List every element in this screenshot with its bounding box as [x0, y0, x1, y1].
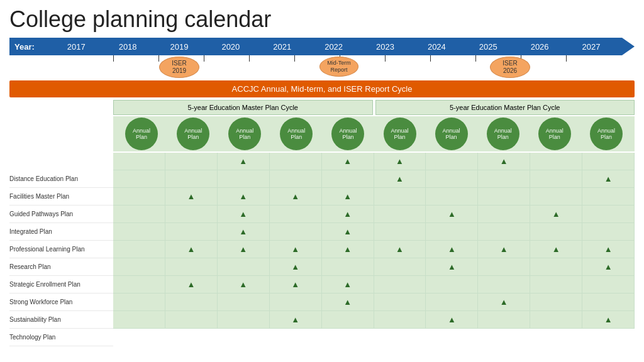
grid-cell-7-6: [426, 276, 478, 293]
year-2027: 2027: [565, 42, 617, 52]
grid-cell-7-1: ▲: [165, 276, 218, 293]
row-labels: Distance Education Plan Facilities Maste…: [9, 135, 113, 346]
bubbles-row: ISER 2019 Mid-TermReport ISER 2026: [9, 55, 635, 80]
grid-cell-8-4: ▲: [322, 293, 374, 310]
annual-circle-2: AnnualPlan: [177, 118, 209, 150]
triangle-icon: ▲: [291, 280, 299, 288]
grid-cell-9-6: ▲: [426, 311, 478, 328]
triangle-icon: ▲: [552, 210, 560, 218]
grid-row-9: ▲▲▲: [113, 311, 635, 329]
triangle-icon: ▲: [343, 157, 352, 165]
grid-cell-3-9: [582, 206, 635, 222]
grid-cell-6-8: [530, 258, 582, 275]
grid-cell-6-2: [218, 258, 270, 275]
row-label-4: Professional Learning Plan: [9, 241, 113, 258]
grid-cell-1-9: ▲: [582, 170, 635, 187]
grid-row-3: ▲▲▲▲: [113, 206, 635, 223]
grid-cell-1-0: [113, 170, 165, 187]
annual-circle-5: AnnualPlan: [331, 118, 364, 150]
grid-cell-1-4: [322, 170, 374, 187]
grid-cell-7-0: [113, 276, 165, 293]
triangle-icon: ▲: [239, 228, 247, 236]
triangle-icon: ▲: [239, 245, 247, 253]
annual-circle-10: AnnualPlan: [590, 118, 623, 150]
grid-cell-4-3: [270, 223, 322, 240]
grid-cell-4-2: ▲: [218, 223, 270, 240]
row-label-9: Technology Plan: [9, 329, 113, 346]
grid-cell-2-1: ▲: [165, 188, 218, 205]
grid-cell-6-7: [478, 258, 530, 275]
triangle-icon: ▲: [500, 245, 508, 253]
grid-cell-7-8: [530, 276, 582, 293]
row-label-8: Sustainability Plan: [9, 311, 113, 329]
grid-cell-8-9: [582, 293, 635, 310]
grid-cell-0-4: ▲: [322, 153, 374, 170]
triangle-icon: ▲: [500, 298, 508, 306]
grid-cell-6-6: ▲: [426, 258, 478, 275]
grid-cell-5-8: ▲: [530, 241, 582, 258]
grid-cell-3-2: ▲: [218, 206, 270, 222]
triangle-icon: ▲: [604, 315, 613, 324]
grid-cell-7-3: ▲: [270, 276, 322, 293]
triangle-icon: ▲: [291, 263, 299, 271]
grid-row-7: ▲▲▲▲: [113, 276, 635, 293]
triangle-icon: ▲: [291, 315, 299, 324]
triangle-icon: ▲: [343, 192, 352, 200]
triangle-icon: ▲: [448, 263, 456, 271]
triangle-icon: ▲: [448, 315, 456, 324]
grid-cell-4-4: ▲: [322, 223, 374, 240]
grid-cell-7-5: [374, 276, 426, 293]
grid-cell-8-5: [374, 293, 426, 310]
accjc-bar: ACCJC Annual, Mid-term, and ISER Report …: [9, 80, 635, 97]
annual-circle-6: AnnualPlan: [384, 118, 416, 150]
grid-cell-9-0: [113, 311, 165, 328]
grid-row-8: ▲▲: [113, 293, 635, 311]
grid-cell-8-6: [426, 293, 478, 310]
grid-cell-1-6: [426, 170, 478, 187]
row-label-2: Guided Pathways Plan: [9, 206, 113, 223]
grid-cell-0-9: [582, 153, 635, 170]
grid-cell-3-4: ▲: [322, 206, 374, 222]
grid-cell-3-5: [374, 206, 426, 222]
timeline-labels: Year: 2017 2018 2019 2020 2021 2022 2023…: [9, 42, 622, 52]
grid-cell-2-9: [582, 188, 635, 205]
year-2021: 2021: [257, 42, 308, 52]
grid-cell-2-5: [374, 188, 426, 205]
grid-cell-4-1: [165, 223, 218, 240]
year-2022: 2022: [308, 42, 360, 52]
row-label-5: Research Plan: [9, 258, 113, 276]
plan-cycles-row: 5-year Education Master Plan Cycle 5-yea…: [113, 100, 635, 115]
timeline: Year: 2017 2018 2019 2020 2021 2022 2023…: [9, 38, 635, 97]
plan-cycle-1: 5-year Education Master Plan Cycle: [113, 100, 373, 115]
grid-cell-6-0: [113, 258, 165, 275]
grid-cell-0-7: ▲: [478, 153, 530, 170]
grid-cell-7-4: ▲: [322, 276, 374, 293]
grid-cell-2-3: ▲: [270, 188, 322, 205]
triangle-icon: ▲: [239, 280, 247, 288]
page-title: College planning calendar: [9, 6, 635, 33]
triangle-icon: ▲: [187, 280, 195, 288]
grid-cell-7-2: ▲: [218, 276, 270, 293]
row-label-1: Facilities Master Plan: [9, 188, 113, 206]
triangle-icon: ▲: [396, 175, 404, 183]
row-label-7: Strong Workforce Plan: [9, 293, 113, 311]
triangle-icon: ▲: [343, 280, 352, 288]
grid-cell-5-2: ▲: [218, 241, 270, 258]
triangle-icon: ▲: [291, 192, 299, 200]
year-2019: 2019: [153, 42, 205, 52]
bubble-iser-2026: ISER 2026: [490, 57, 530, 78]
grid-cell-2-2: ▲: [218, 188, 270, 205]
grid-cell-7-9: [582, 276, 635, 293]
grid-cell-2-7: [478, 188, 530, 205]
grid-cell-5-9: ▲: [582, 241, 635, 258]
grid-cell-9-4: [322, 311, 374, 328]
row-label-6: Strategic Enrollment Plan: [9, 276, 113, 293]
grid-cell-0-0: [113, 153, 165, 170]
triangle-icon: ▲: [187, 192, 195, 200]
grid-row-4: ▲▲: [113, 223, 635, 241]
triangle-icon: ▲: [343, 228, 352, 236]
annual-circle-3: AnnualPlan: [228, 118, 261, 150]
grid-cell-9-5: [374, 311, 426, 328]
grid-cell-1-1: [165, 170, 218, 187]
grid-cell-1-8: [530, 170, 582, 187]
